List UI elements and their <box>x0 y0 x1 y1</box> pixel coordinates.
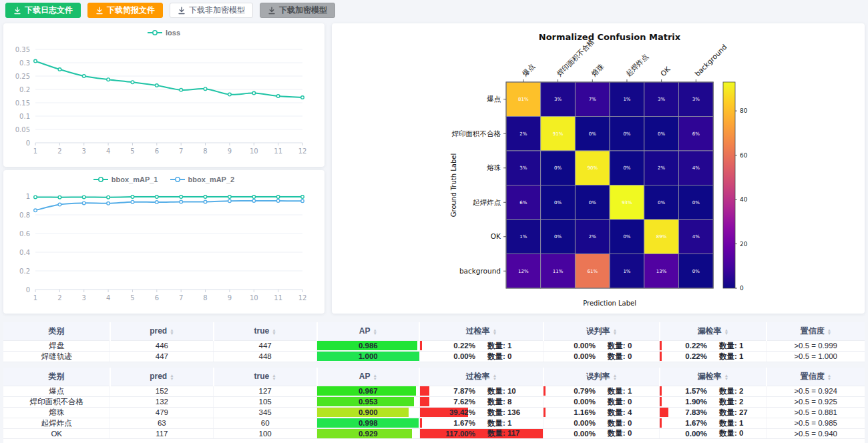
ap-value: 0.900 <box>317 408 419 416</box>
svg-text:9: 9 <box>228 294 232 302</box>
svg-text:Normalized Confusion Matrix: Normalized Confusion Matrix <box>539 32 681 42</box>
column-header-miss-rate[interactable]: 漏检率▲▼ <box>660 368 767 386</box>
svg-text:1%: 1% <box>623 269 630 274</box>
header-label: true <box>254 372 270 381</box>
rate-percent: 0.22% <box>660 342 712 350</box>
sort-icon[interactable]: ▲▼ <box>493 328 497 335</box>
confidence-cell: >0.5 = 0.881 <box>767 407 865 418</box>
rate-percent: 0.00% <box>544 398 602 406</box>
rate-cell: 0.79%数量: 1 <box>544 386 660 396</box>
svg-text:2%: 2% <box>658 165 665 171</box>
confidence-cell: >0.5 = 1.000 <box>767 351 865 362</box>
svg-text:background: background <box>693 43 728 77</box>
svg-text:5: 5 <box>130 294 134 302</box>
header-label: 误判率 <box>586 326 610 336</box>
sort-icon[interactable]: ▲▼ <box>613 328 617 335</box>
ap-cell: 0.900 <box>317 407 420 418</box>
sort-icon[interactable]: ▲▼ <box>373 374 377 380</box>
class-name-cell: 焊印面积不合格 <box>3 396 110 407</box>
ap-value: 0.998 <box>317 419 419 427</box>
svg-text:91%: 91% <box>553 131 564 137</box>
rate-cell: 1.67%数量: 1 <box>419 418 544 428</box>
sort-icon[interactable]: ▲▼ <box>272 328 276 335</box>
sort-icon[interactable]: ▲▼ <box>827 328 831 335</box>
sort-icon[interactable]: ▲▼ <box>724 328 728 335</box>
rate-cell: 0.00%数量: 0 <box>544 396 660 407</box>
sort-icon[interactable]: ▲▼ <box>170 328 174 335</box>
class-name-cell: 爆点 <box>3 386 110 396</box>
header-label: 过检率 <box>466 326 490 336</box>
confidence-cell: >0.5 = 0.940 <box>767 428 865 438</box>
rate-count: 数量: 1 <box>481 341 543 350</box>
svg-text:6: 6 <box>155 294 159 302</box>
header-label: AP <box>359 372 371 381</box>
download-log-button[interactable]: 下载日志文件 <box>5 3 81 18</box>
column-header-class: 类别 <box>3 368 110 386</box>
svg-text:0%: 0% <box>658 200 665 205</box>
svg-text:7%: 7% <box>589 97 596 102</box>
sort-icon[interactable]: ▲▼ <box>493 374 497 380</box>
rate-percent: 7.62% <box>420 398 481 406</box>
column-header-ap[interactable]: AP▲▼ <box>317 368 420 386</box>
svg-text:4%: 4% <box>692 234 700 240</box>
column-header-pred[interactable]: pred▲▼ <box>110 322 214 340</box>
svg-text:background: background <box>459 267 501 275</box>
svg-text:0%: 0% <box>658 131 665 137</box>
svg-text:89%: 89% <box>656 234 667 240</box>
confidence-cell: >0.5 = 0.985 <box>767 418 865 428</box>
header-label: pred <box>150 372 167 381</box>
svg-text:焊印面积不合格: 焊印面积不合格 <box>452 129 501 137</box>
legend-item-loss[interactable]: loss <box>148 29 180 37</box>
svg-text:0.25: 0.25 <box>15 73 30 80</box>
loss-chart-card: loss 00.050.10.150.20.250.30.35123456789… <box>3 23 324 167</box>
column-header-true[interactable]: true▲▼ <box>214 368 317 386</box>
svg-text:8: 8 <box>203 147 207 155</box>
pred-count-cell: 479 <box>110 407 214 418</box>
svg-text:8: 8 <box>203 294 207 302</box>
sort-icon[interactable]: ▲▼ <box>724 374 728 380</box>
svg-text:0.35: 0.35 <box>15 46 30 53</box>
rate-percent: 0.79% <box>544 387 602 395</box>
column-header-misjudge-rate[interactable]: 误判率▲▼ <box>544 368 660 386</box>
svg-text:0.4: 0.4 <box>19 249 30 256</box>
column-header-confidence[interactable]: 置信度▲▼ <box>767 322 865 340</box>
download-plain-model-button[interactable]: 下载非加密模型 <box>170 3 253 18</box>
legend-item-bbox_mAP_2[interactable]: bbox_mAP_2 <box>170 175 235 183</box>
svg-text:80: 80 <box>740 107 748 114</box>
table-row: 起焊炸点63600.9981.67%数量: 10.00%数量: 01.67%数量… <box>3 418 865 428</box>
svg-text:6%: 6% <box>519 200 527 205</box>
svg-text:20: 20 <box>740 241 748 248</box>
download-log-label: 下载日志文件 <box>25 5 73 16</box>
sort-icon[interactable]: ▲▼ <box>170 374 174 380</box>
column-header-pred[interactable]: pred▲▼ <box>110 368 214 386</box>
sort-icon[interactable]: ▲▼ <box>613 374 617 380</box>
download-report-button[interactable]: 下载简报文件 <box>87 3 163 18</box>
svg-text:2%: 2% <box>519 131 527 137</box>
download-encrypted-model-button[interactable]: 下载加密模型 <box>260 3 335 18</box>
column-header-miss-rate[interactable]: 漏检率▲▼ <box>660 322 767 340</box>
svg-text:0%: 0% <box>623 234 630 240</box>
legend-item-bbox_mAP_1[interactable]: bbox_mAP_1 <box>93 175 158 183</box>
table-row: 焊缝轨迹4474481.0000.00%数量: 00.00%数量: 00.22%… <box>3 351 865 362</box>
column-header-misjudge-rate[interactable]: 误判率▲▼ <box>544 322 660 340</box>
true-count-cell: 100 <box>214 428 317 438</box>
sort-icon[interactable]: ▲▼ <box>373 328 377 335</box>
svg-text:3%: 3% <box>519 165 527 171</box>
sort-icon[interactable]: ▲▼ <box>827 374 831 380</box>
svg-text:0%: 0% <box>589 131 596 137</box>
header-label: true <box>254 326 270 336</box>
svg-text:3%: 3% <box>658 97 665 102</box>
column-header-over-rate[interactable]: 过检率▲▼ <box>419 368 544 386</box>
rate-percent: 7.87% <box>420 387 481 395</box>
column-header-over-rate[interactable]: 过检率▲▼ <box>419 322 544 340</box>
sort-icon[interactable]: ▲▼ <box>272 374 276 380</box>
column-header-confidence[interactable]: 置信度▲▼ <box>767 368 865 386</box>
rate-cell: 0.00%数量: 0 <box>544 418 660 428</box>
true-count-cell: 127 <box>214 386 317 396</box>
download-icon <box>95 7 103 15</box>
column-header-ap[interactable]: AP▲▼ <box>317 322 420 340</box>
ap-cell: 0.953 <box>317 396 420 407</box>
svg-text:1: 1 <box>26 193 30 200</box>
rate-percent: 0.00% <box>544 430 602 438</box>
column-header-true[interactable]: true▲▼ <box>214 322 317 340</box>
